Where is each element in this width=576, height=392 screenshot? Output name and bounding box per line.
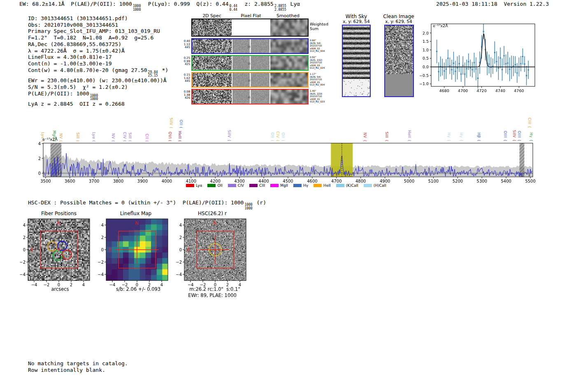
legend-item-HeII: HeII bbox=[314, 183, 331, 188]
spectrum-unit-label: e⁻¹⁷x2Å bbox=[42, 137, 58, 141]
timestamp-version: 2025-01-03 18:11:18 Version 1.22.3 bbox=[436, 1, 549, 7]
summary-header-fraction: 0.440.44 bbox=[230, 5, 237, 11]
info-line-2: Primary Spec_Slot_IFU_AMP: 013_103_019_R… bbox=[28, 28, 168, 35]
info-line-8-text: Cont(w) = 4.80(±8.70)e-20 (gmag 27.50 bbox=[28, 67, 147, 73]
strip-right-labels-4: 1.40"(625, 223)20210710v008_01013_RU_023 bbox=[310, 90, 331, 103]
strip-right-label: v008_01 bbox=[310, 98, 331, 101]
lineflux-map-panel bbox=[95, 216, 173, 288]
summary-header-text: EW: 68.2±14.1Å P(LAE)/P(OII): 1000 bbox=[19, 1, 132, 7]
spectrum-line-label-SiII: SiII ( bbox=[128, 132, 132, 142]
legend-swatch bbox=[314, 184, 322, 187]
info-line-0: ID: 3013344651 (3013344651.pdf) bbox=[28, 15, 168, 22]
clean-coords: x, y: 629, 54 bbox=[385, 19, 412, 24]
summary-header-text: z: 2.8855 bbox=[238, 1, 274, 7]
spectrum-line-label-SiIV: SiIV { bbox=[512, 130, 516, 142]
strip-right-label: 013_RU_024 bbox=[310, 67, 331, 70]
withsky-title: With Sky bbox=[346, 14, 367, 19]
hsc-dex-summary: HSC-DEX : Possible Matches = 0 (within +… bbox=[28, 199, 266, 210]
spectrum-line-label-SiII: SiII { bbox=[385, 132, 389, 142]
fiber-positions-xlabel: arcsecs bbox=[51, 286, 69, 292]
strip-right-label: Sum bbox=[310, 26, 331, 31]
info-line-2-text: Primary Spec_Slot_IFU_AMP: 013_103_019_R… bbox=[28, 28, 160, 34]
info-line-5-text: λ = 4722.26Å σ = 1.75(±0.42)Å bbox=[28, 48, 125, 54]
spectrum-line-label-OII: OII ( bbox=[179, 120, 183, 128]
strip-left-labels-3: 0.151.62445 bbox=[173, 74, 190, 83]
strip-right-labels-1: 0.60"(629, 54)20210710v008_02013_RU_004 bbox=[310, 39, 331, 53]
legend-swatch bbox=[186, 184, 194, 187]
spec2d-header-2dspec: 2D Spec bbox=[202, 13, 221, 19]
strip-right-label: 20210710 bbox=[310, 61, 331, 64]
spectrum-line-label-SiIV: SiIV { bbox=[227, 130, 231, 142]
spectrum-line-label-CII: CII ( bbox=[145, 134, 149, 142]
strip-left-label: 426 bbox=[173, 97, 190, 100]
info-line-10-text: S/N = 5.3(±0.5) χ² = 1.2(±0.2) bbox=[28, 84, 128, 90]
spectrum-line-label-Hγ: Hγ { bbox=[529, 132, 533, 142]
summary-header-frac-lo: 1000 bbox=[133, 8, 141, 12]
footer-line-2: Row intentionally blank. bbox=[28, 367, 128, 373]
info-line-8: Cont(w) = 4.80(±8.70)e-20 (gmag 27.5029.… bbox=[28, 67, 168, 78]
legend-swatch bbox=[336, 184, 344, 187]
legend-item-CIV: CIV bbox=[228, 183, 244, 188]
legend-item-(K)CaII: (K)CaII bbox=[336, 183, 358, 188]
strip-smoothed-image bbox=[270, 39, 308, 53]
legend-item-Lyα: Lyα bbox=[186, 183, 202, 188]
strip-right-label: Weighted bbox=[310, 22, 331, 26]
summary-header-frac-lo: 2.8855 bbox=[274, 8, 286, 12]
legend-label: (H)CaII bbox=[374, 183, 386, 188]
spectrum-line-label-HeII: HeII ( bbox=[178, 131, 182, 142]
strip-left-labels-2: 0.250.99425 bbox=[173, 57, 190, 66]
strip-left-label: 445 bbox=[173, 80, 190, 83]
legend-swatch bbox=[364, 184, 372, 187]
legend-item-Hγ: Hγ bbox=[293, 183, 308, 188]
legend-swatch bbox=[207, 184, 216, 187]
legend-item-OII: OII bbox=[207, 183, 222, 188]
strip-right-label: (625, 232) bbox=[310, 59, 331, 62]
strip-pixelflat-image bbox=[232, 90, 269, 104]
info-line-12-text: LyA z = 2.8845 OII z = 0.2668 bbox=[28, 101, 125, 107]
spec2d-header-pixelflat: Pixel Flat bbox=[241, 13, 261, 19]
summary-header-fraction: 2.88552.8855 bbox=[274, 5, 286, 11]
info-line-8-fraction: 29.8425.15 bbox=[148, 71, 158, 77]
spectrum-line-label-OIII: OIII { bbox=[503, 131, 507, 142]
spectrum-line-label-HeII: HeII { bbox=[407, 130, 411, 142]
hsc-dex-summary-text: HSC-DEX : Possible Matches = 0 (within +… bbox=[28, 199, 244, 206]
strip-pixelflat-image bbox=[232, 56, 269, 70]
fit-unit-label: e⁻¹⁷x2Å bbox=[433, 23, 448, 28]
fiber-positions-panel bbox=[16, 216, 95, 288]
spectrum-line-label-Hβ: Hβ { bbox=[477, 132, 481, 142]
strip-right-label: 0.92" bbox=[310, 56, 331, 59]
info-line-5: λ = 4722.26Å σ = 1.75(±0.42)Å bbox=[28, 48, 168, 54]
info-line-8-frac-lo: 25.15 bbox=[148, 74, 158, 77]
legend-label: OII bbox=[217, 183, 222, 188]
strip-pixelflat-image bbox=[232, 73, 269, 87]
strip-right-labels-3: 1.17"(629, 54)20210710v008_01013_RU_004 bbox=[310, 73, 331, 86]
info-line-6: LineFlux = 4.30(±0.81)e-17 bbox=[28, 54, 168, 60]
legend-label: CIV bbox=[238, 183, 244, 188]
strip-smoothed-image bbox=[270, 90, 308, 104]
strip-right-label: v008_01 bbox=[310, 81, 331, 84]
info-line-12: LyA z = 2.8845 OII z = 0.2668 bbox=[28, 101, 168, 107]
strip-right-label: 013_RU_004 bbox=[310, 84, 331, 86]
hsc-r-xlabel: m:26.2 rc:1.0" s:0.1" bbox=[189, 286, 240, 292]
summary-header-fraction: 10001000 bbox=[133, 5, 141, 11]
strip-right-label: (629, 54) bbox=[310, 42, 331, 45]
strip-right-label: 1.40" bbox=[310, 90, 331, 93]
info-line-10: S/N = 5.3(±0.5) χ² = 1.2(±0.2) bbox=[28, 84, 168, 90]
strip-right-label: (625, 223) bbox=[310, 93, 331, 95]
hsc-r-xlabel2: EWr: 89, PLAE: 1000 bbox=[188, 292, 237, 298]
strip-2dspec-image bbox=[192, 19, 232, 36]
info-line-4-text: RA,Dec (206.838669,55.063725) bbox=[28, 41, 121, 47]
strip-pixelflat-image bbox=[232, 19, 269, 36]
spectrum-line-label-NV: NV ( bbox=[111, 133, 115, 142]
spec2d-strip-0 bbox=[191, 19, 309, 37]
info-line-6-text: LineFlux = 4.30(±0.81)e-17 bbox=[28, 54, 112, 60]
strip-right-label: 0.60" bbox=[310, 39, 331, 42]
strip-right-label: 1.17" bbox=[310, 73, 331, 76]
strip-right-label: 013_RU_004 bbox=[310, 50, 331, 53]
legend-swatch bbox=[293, 184, 302, 187]
legend-label: (K)CaII bbox=[346, 183, 358, 188]
strip-2dspec-image bbox=[192, 73, 232, 87]
spec2d-header-smoothed: Smoothed bbox=[276, 13, 300, 19]
legend-item-(H)CaII: (H)CaII bbox=[364, 183, 386, 188]
legend-label: Lyα bbox=[196, 183, 202, 188]
